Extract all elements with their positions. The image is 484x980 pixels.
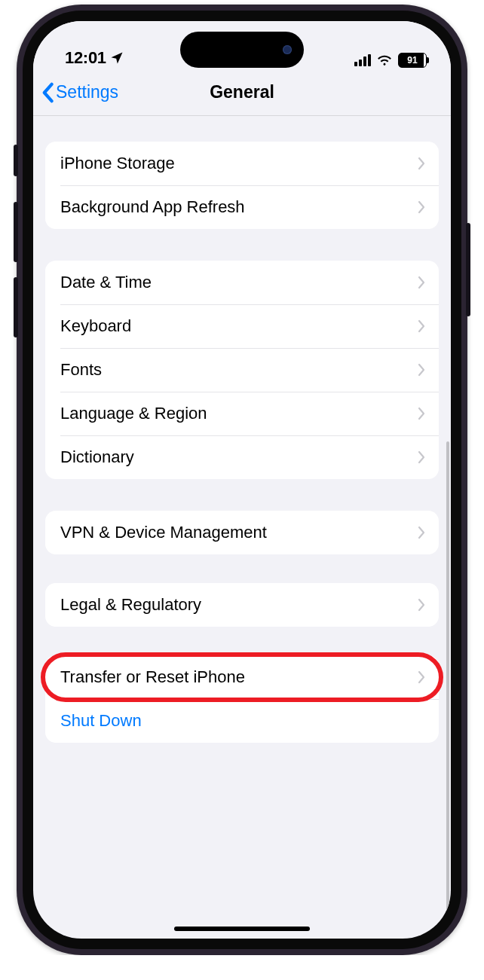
silence-switch[interactable] [14, 145, 18, 176]
chevron-right-icon [418, 598, 425, 612]
group-input: Date & Time Keyboard Fonts Language & Re… [45, 261, 439, 479]
status-time: 12:01 [65, 48, 106, 68]
row-background-app-refresh[interactable]: Background App Refresh [45, 185, 439, 229]
row-date-time[interactable]: Date & Time [45, 261, 439, 304]
status-left: 12:01 [65, 48, 124, 68]
scroll-indicator[interactable] [446, 441, 449, 939]
cellular-icon [354, 54, 371, 66]
row-label: Keyboard [60, 316, 131, 336]
row-shut-down[interactable]: Shut Down [45, 699, 439, 743]
chevron-right-icon [418, 407, 425, 420]
row-label: Legal & Regulatory [60, 595, 201, 615]
camera-icon [283, 45, 292, 54]
chevron-right-icon [418, 363, 425, 377]
group-legal: Legal & Regulatory [45, 583, 439, 627]
chevron-right-icon [418, 670, 425, 684]
location-icon [109, 50, 124, 66]
row-label: Transfer or Reset iPhone [60, 667, 245, 687]
row-vpn-device-management[interactable]: VPN & Device Management [45, 511, 439, 554]
back-label: Settings [56, 82, 118, 102]
row-label: Date & Time [60, 273, 152, 292]
chevron-right-icon [418, 157, 425, 170]
row-label: iPhone Storage [60, 154, 175, 173]
volume-down-button[interactable] [14, 277, 18, 337]
nav-title: General [210, 82, 274, 102]
settings-list[interactable]: iPhone Storage Background App Refresh Da… [33, 116, 451, 939]
row-iphone-storage[interactable]: iPhone Storage [45, 142, 439, 185]
chevron-left-icon [41, 82, 54, 103]
wifi-icon [377, 53, 392, 68]
row-label: Language & Region [60, 404, 207, 423]
row-label: VPN & Device Management [60, 523, 267, 542]
chevron-right-icon [418, 526, 425, 539]
status-right: 91 [354, 53, 427, 68]
group-vpn: VPN & Device Management [45, 511, 439, 554]
row-label: Shut Down [60, 711, 142, 731]
chevron-right-icon [418, 319, 425, 333]
battery-level: 91 [407, 55, 417, 66]
volume-up-button[interactable] [14, 202, 18, 262]
row-fonts[interactable]: Fonts [45, 348, 439, 392]
back-button[interactable]: Settings [41, 82, 118, 103]
chevron-right-icon [418, 450, 425, 464]
row-label: Fonts [60, 360, 102, 380]
row-language-region[interactable]: Language & Region [45, 392, 439, 435]
row-dictionary[interactable]: Dictionary [45, 435, 439, 479]
row-transfer-or-reset[interactable]: Transfer or Reset iPhone [45, 655, 439, 699]
home-indicator[interactable] [174, 927, 310, 931]
battery-icon: 91 [398, 53, 427, 68]
dynamic-island [180, 32, 304, 68]
screen: 12:01 91 [33, 21, 451, 939]
row-legal-regulatory[interactable]: Legal & Regulatory [45, 583, 439, 627]
phone-bezel: 12:01 91 [23, 11, 461, 949]
phone-frame: 12:01 91 [17, 5, 467, 955]
row-label: Dictionary [60, 447, 134, 467]
chevron-right-icon [418, 276, 425, 289]
row-label: Background App Refresh [60, 197, 245, 217]
power-button[interactable] [466, 223, 470, 316]
group-storage: iPhone Storage Background App Refresh [45, 142, 439, 229]
group-reset: Transfer or Reset iPhone Shut Down [45, 655, 439, 743]
chevron-right-icon [418, 200, 425, 214]
row-keyboard[interactable]: Keyboard [45, 304, 439, 348]
nav-bar: Settings General [33, 69, 451, 116]
